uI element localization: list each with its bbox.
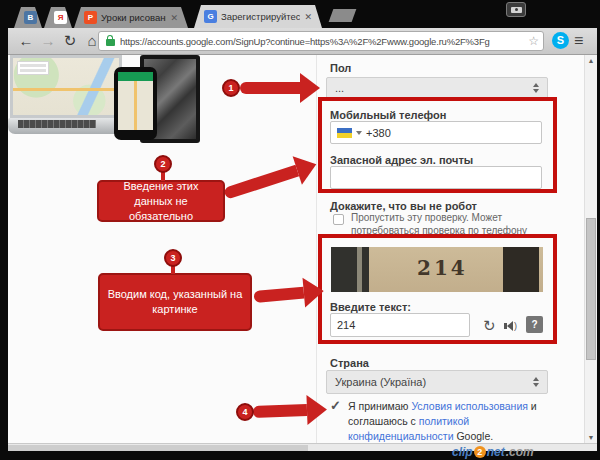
page-content: Пол ... Мобильный телефон +380 Запасной …: [8, 55, 597, 443]
step-number-3: 3: [164, 249, 182, 267]
vk-icon: В: [24, 11, 37, 24]
skip-captcha-checkbox[interactable]: [333, 214, 344, 225]
reload-button[interactable]: ↻: [60, 31, 80, 51]
google-account-icon: G: [204, 10, 217, 23]
terms-link[interactable]: Условия использования: [411, 400, 528, 412]
screenshot-root: В Я P Уроки рисования каран… ✕ G Зарегис…: [0, 0, 600, 460]
select-spinner-icon: [533, 83, 539, 93]
step-number-2: 2: [154, 155, 172, 173]
arrow-step4: [252, 394, 327, 427]
watermark-net: net: [487, 445, 505, 459]
browser-toolbar: ← → ↻ ⌂ https://accounts.google.com/Sign…: [8, 28, 597, 55]
tab-drawing-lessons[interactable]: P Уроки рисования каран… ✕: [74, 7, 188, 28]
url-text[interactable]: https://accounts.google.com/SignUp?conti…: [120, 36, 524, 47]
p-site-icon: P: [84, 11, 97, 24]
forward-button[interactable]: →: [38, 31, 58, 51]
arrow-step2: [220, 150, 321, 208]
laptop-illustration: [10, 55, 122, 118]
column-divider: [316, 55, 317, 443]
https-lock-icon: [106, 39, 115, 46]
select-spinner-icon: [533, 377, 539, 387]
callout-step2: Введение этих данных не обязательно: [97, 180, 225, 222]
agree-prefix: Я принимаю: [348, 400, 411, 412]
country-select[interactable]: Украина (Україна): [326, 370, 548, 394]
scroll-up-icon[interactable]: ▲: [585, 57, 597, 64]
map-search-card: [17, 61, 49, 75]
hscrollbar-thumb[interactable]: [8, 445, 308, 451]
camera-lens-icon: [515, 8, 518, 11]
tab-vk[interactable]: В: [14, 7, 42, 28]
clip2net-tray-icon[interactable]: [506, 2, 526, 17]
callout-text: Вводим код, указанный на картинке: [107, 287, 243, 317]
address-bar[interactable]: https://accounts.google.com/SignUp?conti…: [98, 31, 544, 51]
phone-illustration: [114, 67, 157, 140]
laptop-keyboard: [8, 118, 130, 134]
tab-title: Зарегистрируйтесь в Go…: [221, 11, 300, 22]
bookmark-star-icon[interactable]: ☆: [528, 34, 539, 48]
callout-text: Введение этих данных не обязательно: [106, 179, 216, 224]
highlight-box-optional-fields: [318, 97, 557, 193]
chrome-menu-icon[interactable]: ≡: [574, 30, 583, 52]
country-label: Страна: [330, 357, 369, 369]
step-number-4: 4: [236, 403, 254, 421]
arrow-step3: [253, 276, 325, 312]
gender-select[interactable]: ...: [326, 77, 548, 99]
close-tab-icon[interactable]: ✕: [170, 13, 178, 23]
close-tab-icon[interactable]: ✕: [304, 12, 312, 22]
callout-step3: Вводим код, указанный на картинке: [98, 273, 252, 331]
country-value: Украина (Україна): [335, 376, 426, 388]
tab-yandex[interactable]: Я: [44, 7, 72, 28]
step-number-1: 1: [222, 79, 240, 97]
highlight-box-captcha: [318, 234, 557, 344]
new-tab-button[interactable]: [329, 9, 357, 22]
yandex-icon: Я: [54, 11, 67, 24]
tab-title: Уроки рисования каран…: [101, 12, 166, 23]
back-button[interactable]: ←: [16, 31, 36, 51]
scrollbar-thumb[interactable]: [586, 218, 596, 360]
agree-text: Я принимаю Условия использования и согла…: [348, 399, 548, 443]
agree-suffix: Google.: [454, 430, 494, 442]
scroll-down-icon[interactable]: ▼: [585, 434, 597, 441]
tab-google-signup[interactable]: G Зарегистрируйтесь в Go… ✕: [194, 5, 322, 28]
watermark-clip: clip: [452, 445, 473, 459]
agree-checkbox[interactable]: ✓: [330, 398, 341, 413]
watermark-com: .com: [506, 445, 534, 459]
vertical-scrollbar[interactable]: ▲ ▼: [584, 55, 597, 443]
clip2net-watermark: clip 2 net .com: [452, 445, 534, 459]
arrow-step1: [240, 73, 320, 103]
skype-extension-icon[interactable]: S: [552, 32, 569, 49]
gender-value: ...: [335, 82, 344, 94]
gender-label: Пол: [330, 62, 351, 74]
watermark-2-icon: 2: [474, 446, 486, 458]
